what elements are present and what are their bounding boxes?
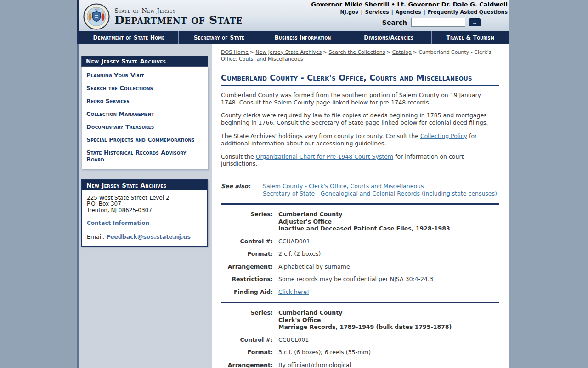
site-header: State of New Jersey Department of State … [77, 0, 509, 31]
address-line: 225 West State Street-Level 2 [87, 195, 203, 201]
sidebar-nav-title: New Jersey State Archives [81, 56, 208, 67]
intro-paragraph-3: The State Archives' holdings vary from c… [221, 132, 499, 147]
sidebar-nav-list: Planning Your Visit Search the Collectio… [81, 67, 208, 169]
search-row: Search → [311, 18, 508, 27]
series-title-row: Series: Cumberland County Adjuster's Off… [221, 211, 499, 232]
field-value: 2 c.f. (2 boxes) [273, 250, 321, 258]
address-line: Trenton, NJ 08625-0307 [87, 207, 203, 214]
field-label: Format: [221, 349, 273, 356]
text: The State Archives' holdings vary from c… [221, 132, 420, 139]
field-value: CCUCL001 [273, 336, 309, 344]
sidebar-contact-body: 225 West State Street-Level 2 P.O. Box 3… [82, 190, 207, 246]
quick-links: NJ.gov|Services|Agencies|Frequently Aske… [311, 9, 508, 15]
sidebar-contact-box: New Jersey State Archives 225 West State… [81, 179, 208, 247]
arrangement-row: Arrangement: Alphabetical by surname [221, 263, 499, 270]
sidebar-item-repro-services[interactable]: Repro Services [86, 98, 203, 105]
breadcrumb-state-archives[interactable]: New Jersey State Archives [255, 49, 322, 55]
series-divider [221, 302, 499, 303]
search-label: Search [382, 19, 407, 26]
intro-paragraph-4: Consult the Organizational Chart for Pre… [221, 153, 499, 168]
series-title-line: Adjuster's Office [278, 218, 450, 225]
series-title-line: Cumberland County [278, 211, 450, 218]
sidebar-item-special-projects[interactable]: Special Projects and Commemorations [86, 137, 203, 144]
quick-link-agencies[interactable]: Agencies [396, 9, 421, 15]
separator: > [385, 49, 392, 55]
nj-state-seal-icon [83, 3, 110, 30]
separator: > [322, 49, 328, 55]
sidebar: New Jersey State Archives Planning Your … [79, 44, 212, 368]
governor-line: Governor Mikie Sherrill • Lt. Governor D… [311, 1, 508, 8]
quick-link-njgov[interactable]: NJ.gov [340, 9, 358, 15]
separator: > [412, 49, 418, 55]
agency-name-large: Department of State [114, 14, 243, 26]
series-title-line: Cumberland County [278, 309, 452, 316]
search-input[interactable] [411, 18, 465, 27]
series-record-1: Series: Cumberland County Adjuster's Off… [221, 211, 499, 295]
email-label: Email: [87, 233, 107, 240]
finding-aid-link[interactable]: Click here! [278, 288, 309, 295]
see-also-section: See also: Salem County - Clerk's Office,… [221, 183, 499, 197]
series-title-line: Marriage Records, 1789-1949 (bulk dates … [278, 323, 452, 331]
separator: | [359, 9, 365, 15]
arrangement-row: Arrangement: By officiant/chronological [221, 362, 499, 368]
sidebar-item-historical-records-board[interactable]: State Historical Records Advisory Board [86, 150, 203, 163]
field-label: Arrangement: [221, 362, 273, 368]
series-label: Series: [221, 309, 273, 331]
sidebar-item-search-the-collections[interactable]: Search the Collections [86, 85, 203, 92]
quick-link-services[interactable]: Services [365, 9, 389, 15]
main-content: DOS Home>New Jersey State Archives>Searc… [212, 44, 509, 368]
breadcrumb: DOS Home>New Jersey State Archives>Searc… [221, 49, 499, 63]
series-title-line: Inactive and Deceased Patient Case Files… [278, 225, 450, 232]
series-record-2: Series: Cumberland County Clerk's Office… [221, 309, 499, 368]
sidebar-item-collection-management[interactable]: Collection Management [86, 111, 203, 118]
breadcrumb-catalog[interactable]: Catalog [392, 49, 412, 55]
field-value: Alphabetical by surname [273, 263, 350, 270]
page: State of New Jersey Department of State … [77, 0, 509, 368]
sidebar-contact-title: New Jersey State Archives [82, 180, 207, 190]
nav-tab-dos-home[interactable]: Department of State Home [79, 31, 179, 44]
sidebar-item-planning-your-visit[interactable]: Planning Your Visit [86, 72, 203, 79]
separator: | [421, 9, 428, 15]
collecting-policy-link[interactable]: Collecting Policy [420, 132, 467, 139]
series-label: Series: [221, 211, 273, 232]
primary-nav: Department of State Home Secretary of St… [77, 31, 509, 44]
search-go-button[interactable]: → [469, 18, 481, 26]
org-chart-link[interactable]: Organizational Chart for Pre-1948 Court … [256, 153, 394, 160]
separator: > [249, 49, 255, 55]
field-label: Format: [221, 250, 273, 258]
field-value: Some records may be confidential per NJS… [273, 276, 433, 283]
contact-information-link[interactable]: Contact Information [87, 220, 149, 226]
see-also-label: See also: [221, 183, 263, 197]
restrictions-row: Restrictions: Some records may be confid… [221, 276, 499, 283]
quick-link-faq[interactable]: Frequently Asked Questions [428, 9, 508, 15]
series-divider [221, 203, 499, 205]
email-link[interactable]: Feedback@sos.state.nj.us [107, 233, 191, 240]
field-value: CCUAD001 [273, 238, 310, 245]
format-row: Format: 2 c.f. (2 boxes) [221, 250, 499, 258]
breadcrumb-dos-home[interactable]: DOS Home [221, 49, 249, 55]
intro-paragraph-2: County clerks were required by law to fi… [221, 112, 499, 126]
finding-aid-row: Finding Aid: Click here! [221, 288, 499, 296]
separator: | [389, 9, 396, 15]
series-title: Cumberland County Clerk's Office Marriag… [273, 309, 452, 331]
series-title: Cumberland County Adjuster's Office Inac… [273, 211, 450, 232]
field-label: Control #: [221, 238, 273, 245]
nav-tab-secretary-of-state[interactable]: Secretary of State [179, 31, 260, 44]
field-label: Restrictions: [221, 276, 273, 283]
nav-tab-business-information[interactable]: Business Information [260, 31, 346, 44]
series-title-row: Series: Cumberland County Clerk's Office… [221, 309, 499, 331]
field-value: 3 c.f. (6 boxes); 6 reels (35-mm) [273, 349, 371, 356]
arrow-right-icon: → [472, 19, 478, 26]
text: Consult the [221, 153, 256, 160]
see-also-salem-county-link[interactable]: Salem County - Clerk's Office, Courts an… [263, 183, 497, 190]
nav-tab-divisions-agencies[interactable]: Divisions/Agencies [346, 31, 432, 44]
sidebar-item-documentary-treasures[interactable]: Documentary Treasures [86, 124, 203, 131]
sidebar-nav-box: New Jersey State Archives Planning Your … [81, 56, 208, 169]
control-number-row: Control #: CCUAD001 [221, 238, 499, 245]
see-also-secretary-of-state-link[interactable]: Secretary of State - Genealogical and Co… [263, 190, 497, 197]
nav-tab-travel-tourism[interactable]: Travel & Tourism [432, 31, 509, 44]
breadcrumb-search-collections[interactable]: Search the Collections [329, 49, 385, 55]
field-value: By officiant/chronological [273, 362, 351, 368]
department-logo[interactable]: State of New Jersey Department of State [79, 0, 243, 31]
field-label: Finding Aid: [221, 288, 273, 296]
